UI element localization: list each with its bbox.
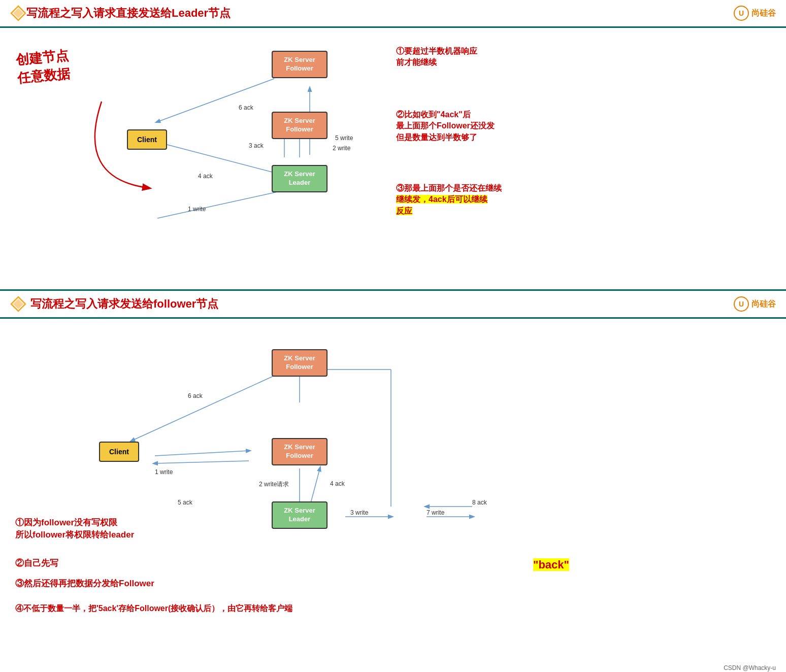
label-6ack-2: 6 ack xyxy=(188,392,203,399)
label-1write-1: 1 write xyxy=(188,206,206,213)
diamond-icon-1 xyxy=(10,5,26,21)
section1-title: 写流程之写入请求直接发送给Leader节点 xyxy=(26,6,231,21)
annotation-left4-s2: ④不低于数量一半，把'5ack'存给Follower(接收确认后），由它再转给客… xyxy=(15,603,292,614)
client-box-2: Client xyxy=(99,442,139,462)
section1-header: 写流程之写入请求直接发送给Leader节点 U 尚硅谷 xyxy=(0,0,786,28)
top-section: 写流程之写入请求直接发送给Leader节点 U 尚硅谷 xyxy=(0,0,786,289)
label-7write-2: 7 write xyxy=(427,509,444,516)
svg-line-21 xyxy=(155,461,249,463)
logo-text-1: 尚硅谷 xyxy=(751,8,776,19)
page-container: 写流程之写入请求直接发送给Leader节点 U 尚硅谷 xyxy=(0,0,786,672)
zk-follower-1-mid: ZK Server Follower xyxy=(272,112,328,139)
label-5write-1: 5 write xyxy=(335,135,353,142)
annotation-right2-s1: ②比如收到"4ack"后最上面那个Follower还没发但是数量达到半数够了 xyxy=(396,109,495,143)
ulogo-icon-2: U xyxy=(733,296,749,312)
svg-text:U: U xyxy=(739,300,744,308)
logo-area-1: U 尚硅谷 xyxy=(733,5,776,21)
zk-leader-2: ZK Server Leader xyxy=(272,501,328,529)
zk-follower-1-top: ZK Server Follower xyxy=(272,51,328,78)
label-8ack-2: 8 ack xyxy=(472,499,487,506)
label-4ack-1: 4 ack xyxy=(198,173,213,180)
svg-line-4 xyxy=(157,190,284,218)
section2-title: 写流程之写入请求发送给follower节点 xyxy=(30,296,218,312)
label-2write-1: 2 write xyxy=(333,145,350,152)
diagram-svg-2 xyxy=(0,319,786,672)
red-arrow-svg-1 xyxy=(0,0,203,289)
ulogo-icon-1: U xyxy=(733,5,749,21)
svg-line-17 xyxy=(310,468,320,507)
annotation-right3-s1: ③那最上面那个是否还在继续 继续发，4ack后可以继续反应 xyxy=(396,183,502,217)
zk-follower-2-top: ZK Server Follower xyxy=(272,349,328,377)
svg-line-14 xyxy=(132,375,277,441)
label-3write-2: 3 write xyxy=(350,509,368,516)
back-text: "back" xyxy=(533,558,569,571)
logo-area-2: U 尚硅谷 xyxy=(733,296,776,312)
annotation-left-create: 创建节点任意数据 xyxy=(15,46,71,88)
diagram-svg-1 xyxy=(0,0,786,289)
bottom-section: ZK Server Follower ZK Server Follower ZK… xyxy=(0,319,786,672)
label-4ack-2: 4 ack xyxy=(330,480,345,487)
csdn-watermark: CSDN @Whacky-u xyxy=(724,664,776,671)
logo-text-2: 尚硅谷 xyxy=(751,299,776,310)
label-1write-2: 1 write xyxy=(155,468,173,476)
annotation-back-s2: "back" xyxy=(533,557,569,573)
annotation-right1-s1: ①要超过半数机器响应前才能继续 xyxy=(396,46,477,69)
label-2write-2: 2 write请求 xyxy=(259,480,289,489)
diamond-icon-2 xyxy=(10,296,26,312)
svg-line-9 xyxy=(157,79,274,122)
annotation-left3-s2: ③然后还得再把数据分发给Follower xyxy=(15,578,154,590)
zk-leader-1: ZK Server Leader xyxy=(272,165,328,192)
label-3ack-1: 3 ack xyxy=(249,142,264,149)
client-box-1: Client xyxy=(127,129,167,150)
annotation-left1-s2: ①因为follower没有写权限 所以follower将权限转给leader xyxy=(15,517,134,541)
zk-follower-2-mid: ZK Server Follower xyxy=(272,438,328,465)
annotation-left2-s2: ②自己先写 xyxy=(15,557,58,569)
label-6ack-1: 6 ack xyxy=(239,104,253,111)
label-5ack-2: 5 ack xyxy=(178,499,192,506)
svg-text:U: U xyxy=(739,9,744,17)
svg-line-15 xyxy=(155,451,249,456)
section2-header-bar: 写流程之写入请求发送给follower节点 U 尚硅谷 xyxy=(0,289,786,319)
